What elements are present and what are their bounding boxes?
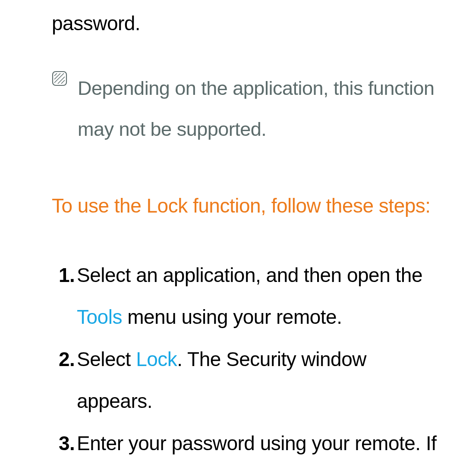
keyword-lock: Lock	[136, 348, 177, 370]
svg-line-3	[54, 73, 57, 76]
step-text: menu using your remote.	[122, 306, 342, 328]
fragment-line-password: password.	[52, 13, 443, 34]
step-body: Enter your password using your remote. I…	[77, 423, 443, 476]
document-page: password. Depending on the application, …	[0, 0, 466, 476]
step-text: Select	[77, 348, 136, 370]
note-block: Depending on the application, this funct…	[52, 68, 443, 150]
step-2: 2. Select Lock. The Security window appe…	[59, 338, 443, 423]
note-text: Depending on the application, this funct…	[78, 68, 443, 150]
step-number: 1.	[59, 254, 77, 297]
step-number: 2.	[59, 338, 77, 381]
step-body: Select Lock. The Security window appears…	[77, 338, 443, 423]
step-number: 3.	[59, 423, 77, 465]
svg-line-5	[61, 80, 65, 84]
keyword-tools: Tools	[77, 306, 122, 328]
svg-line-2	[54, 73, 60, 79]
step-3: 3. Enter your password using your remote…	[59, 423, 443, 476]
note-icon	[52, 71, 67, 86]
step-1: 1. Select an application, and then open …	[59, 254, 443, 338]
step-text: Enter your password using your remote. I…	[77, 432, 436, 476]
svg-rect-0	[53, 72, 66, 85]
svg-line-4	[58, 77, 65, 84]
step-body: Select an application, and then open the…	[77, 254, 443, 338]
step-text: Select an application, and then open the	[77, 264, 422, 286]
section-heading: To use the Lock function, follow these s…	[52, 185, 443, 227]
ordered-steps: 1. Select an application, and then open …	[52, 254, 443, 476]
